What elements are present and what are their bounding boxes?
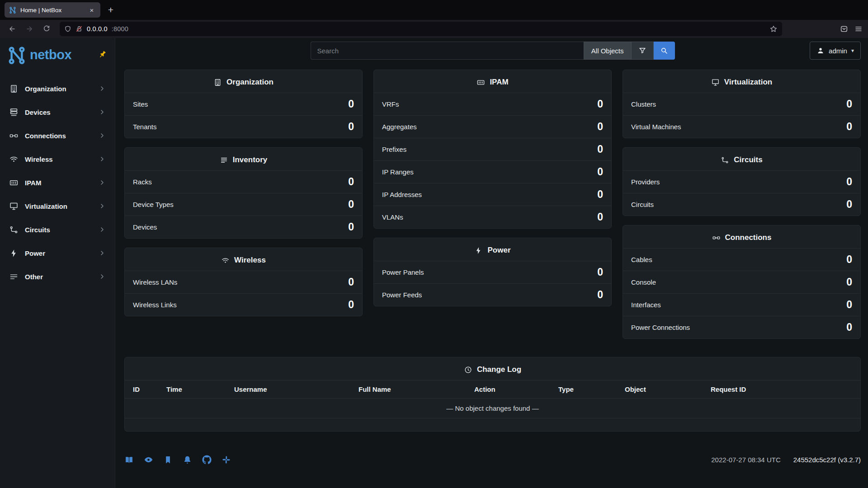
stat-label[interactable]: Devices xyxy=(133,223,157,231)
stat-row: VLANs 0 xyxy=(374,206,611,228)
stat-label[interactable]: Cables xyxy=(631,256,652,263)
search-input[interactable] xyxy=(311,42,584,60)
pocket-icon[interactable] xyxy=(840,25,848,33)
stat-label[interactable]: Device Types xyxy=(133,201,174,208)
url-bar[interactable]: 0.0.0.0:8000 xyxy=(60,22,782,36)
filter-button[interactable] xyxy=(632,42,654,60)
browser-tab[interactable]: Home | NetBox × xyxy=(5,2,100,18)
stat-value[interactable]: 0 xyxy=(846,254,852,265)
stat-value[interactable]: 0 xyxy=(597,122,603,132)
sidebar-item-circuits[interactable]: Circuits xyxy=(0,218,115,241)
stat-value[interactable]: 0 xyxy=(597,212,603,222)
stat-label[interactable]: Sites xyxy=(133,100,148,108)
browser-toolbar: 0.0.0.0:8000 xyxy=(0,20,868,38)
sidebar-item-power[interactable]: Power xyxy=(0,241,115,265)
pin-sidebar-icon[interactable] xyxy=(98,50,108,60)
stat-value[interactable]: 0 xyxy=(846,322,852,333)
stat-value[interactable]: 0 xyxy=(597,189,603,200)
stat-label[interactable]: VRFs xyxy=(382,100,399,108)
stat-label[interactable]: Power Panels xyxy=(382,268,424,276)
stat-value[interactable]: 0 xyxy=(348,177,354,187)
stat-value[interactable]: 0 xyxy=(597,267,603,277)
stat-value[interactable]: 0 xyxy=(348,222,354,232)
stat-label[interactable]: Circuits xyxy=(631,201,654,208)
stat-label[interactable]: Racks xyxy=(133,178,152,186)
sidebar-item-wireless[interactable]: Wireless xyxy=(0,147,115,171)
stat-value[interactable]: 0 xyxy=(597,290,603,300)
stat-label[interactable]: Virtual Machines xyxy=(631,123,681,131)
card-header: Wireless xyxy=(125,248,362,271)
bookmark-star-icon[interactable] xyxy=(769,25,778,33)
eye-icon[interactable] xyxy=(144,455,153,465)
menu-hamburger-icon[interactable] xyxy=(854,25,863,33)
stat-label[interactable]: Console xyxy=(631,278,656,286)
shield-icon[interactable] xyxy=(64,25,71,33)
bolt-icon xyxy=(474,246,483,255)
stat-value[interactable]: 0 xyxy=(846,277,852,287)
tab-close-icon[interactable]: × xyxy=(88,6,96,14)
stat-value[interactable]: 0 xyxy=(348,300,354,310)
stat-label[interactable]: Clusters xyxy=(631,100,656,108)
stat-value[interactable]: 0 xyxy=(597,144,603,155)
stat-value[interactable]: 0 xyxy=(348,122,354,132)
object-type-dropdown[interactable]: All Objects xyxy=(584,42,632,60)
stat-value[interactable]: 0 xyxy=(348,277,354,287)
stat-value[interactable]: 0 xyxy=(348,99,354,109)
stat-value[interactable]: 0 xyxy=(846,99,852,109)
stat-label[interactable]: Wireless Links xyxy=(133,301,177,309)
stat-row: IP Addresses 0 xyxy=(374,183,611,206)
stat-row: IP Ranges 0 xyxy=(374,160,611,183)
stat-row: Wireless LANs 0 xyxy=(125,271,362,293)
new-tab-button[interactable]: + xyxy=(104,3,118,17)
stat-label[interactable]: Wireless LANs xyxy=(133,278,177,286)
sidebar-item-ipam[interactable]: IPAM xyxy=(0,171,115,194)
sidebar-item-organization[interactable]: Organization xyxy=(0,77,115,100)
stat-label[interactable]: Tenants xyxy=(133,123,157,131)
sidebar-item-devices[interactable]: Devices xyxy=(0,100,115,124)
stat-value[interactable]: 0 xyxy=(597,167,603,177)
stat-value[interactable]: 0 xyxy=(846,199,852,210)
stat-label[interactable]: Power Feeds xyxy=(382,291,422,299)
column-header: Full Name xyxy=(353,380,469,399)
dashboard-grid: Organization Sites 0 Tenants 0 Inventory xyxy=(124,70,861,339)
bell-icon[interactable] xyxy=(183,455,192,465)
github-icon[interactable] xyxy=(202,455,212,465)
stat-value[interactable]: 0 xyxy=(846,177,852,187)
sidebar-item-label: Other xyxy=(25,273,43,281)
insecure-lock-icon[interactable] xyxy=(75,25,83,33)
sidebar-item-virtualization[interactable]: Virtualization xyxy=(0,194,115,218)
brand-wordmark[interactable]: netbox xyxy=(30,47,71,62)
slack-icon[interactable] xyxy=(222,455,231,465)
forward-button[interactable] xyxy=(23,22,36,36)
stat-row: Power Feeds 0 xyxy=(374,283,611,306)
stat-label[interactable]: IP Ranges xyxy=(382,168,414,176)
stat-label[interactable]: Providers xyxy=(631,178,660,186)
history-icon xyxy=(464,366,472,374)
column-header: Object xyxy=(619,380,705,399)
stat-value[interactable]: 0 xyxy=(846,122,852,132)
stat-label[interactable]: IP Addresses xyxy=(382,191,422,198)
sidebar-item-other[interactable]: Other xyxy=(0,265,115,288)
back-button[interactable] xyxy=(5,22,19,36)
stat-value[interactable]: 0 xyxy=(846,300,852,310)
card-ipam: IPAM VRFs 0 Aggregates 0 Prefixes 0 xyxy=(373,70,612,229)
sidebar-item-connections[interactable]: Connections xyxy=(0,124,115,147)
sidebar-item-label: IPAM xyxy=(25,179,41,187)
search-submit-button[interactable] xyxy=(654,42,675,60)
stat-label[interactable]: Prefixes xyxy=(382,145,406,153)
stat-label[interactable]: Interfaces xyxy=(631,301,661,309)
card-header: Circuits xyxy=(623,148,860,170)
netbox-logo-icon[interactable] xyxy=(7,45,26,64)
card-header: Virtualization xyxy=(623,70,860,93)
stat-value[interactable]: 0 xyxy=(597,99,603,109)
card-title: Circuits xyxy=(734,155,762,164)
docs-book-icon[interactable] xyxy=(124,455,134,465)
chevron-right-icon xyxy=(99,108,106,116)
user-menu-button[interactable]: admin ▾ xyxy=(810,42,861,60)
reload-button[interactable] xyxy=(40,22,53,36)
stat-label[interactable]: Aggregates xyxy=(382,123,417,131)
bookmark-icon[interactable] xyxy=(163,455,173,465)
stat-label[interactable]: Power Connections xyxy=(631,324,690,331)
stat-label[interactable]: VLANs xyxy=(382,213,403,221)
stat-value[interactable]: 0 xyxy=(348,199,354,210)
